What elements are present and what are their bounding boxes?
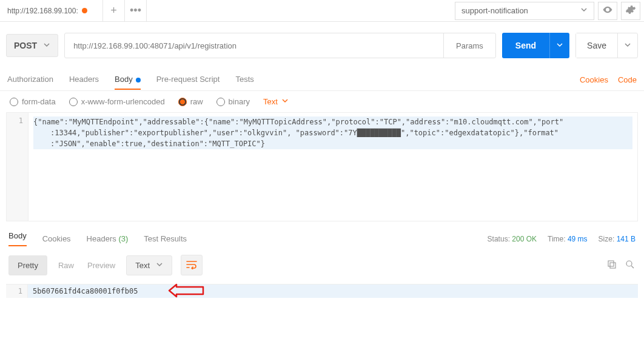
save-label: Save bbox=[587, 41, 606, 50]
btn-label: Raw bbox=[58, 261, 74, 270]
raw-button[interactable]: Raw bbox=[56, 256, 76, 275]
radio-label: binary bbox=[229, 97, 250, 106]
save-button[interactable]: Save bbox=[576, 33, 617, 58]
new-tab-button[interactable]: + bbox=[103, 0, 125, 21]
unsaved-dot-icon bbox=[82, 8, 87, 13]
svg-point-2 bbox=[626, 261, 632, 266]
resp-tab-tests[interactable]: Test Results bbox=[144, 234, 187, 243]
svg-rect-1 bbox=[608, 261, 614, 266]
chevron-down-icon bbox=[281, 97, 289, 106]
wrap-icon bbox=[186, 260, 198, 271]
search-button[interactable] bbox=[625, 259, 636, 272]
tab-tests[interactable]: Tests bbox=[235, 70, 253, 90]
editor-gutter: 1 bbox=[7, 113, 29, 221]
tab-label: Headers bbox=[69, 75, 99, 84]
response-stats: Status: 200 OK Time: 49 ms Size: 141 B bbox=[488, 235, 636, 243]
response-format-select[interactable]: Text bbox=[126, 255, 172, 275]
resp-tab-body[interactable]: Body bbox=[8, 231, 27, 246]
radio-input[interactable] bbox=[10, 98, 18, 106]
tab-headers[interactable]: Headers bbox=[69, 70, 99, 90]
status-stat: Status: 200 OK bbox=[488, 235, 537, 243]
format-label: Text bbox=[135, 261, 150, 270]
code-line: :13344,"publisher":"exportpublisher","us… bbox=[50, 129, 558, 137]
btn-label: Preview bbox=[87, 261, 115, 270]
tab-label: Test Results bbox=[144, 234, 187, 243]
environment-view-button[interactable] bbox=[598, 2, 617, 20]
radio-raw[interactable]: raw bbox=[178, 97, 203, 106]
wrap-lines-button[interactable] bbox=[181, 255, 203, 275]
send-dropdown-button[interactable] bbox=[549, 33, 569, 58]
resp-tab-headers[interactable]: Headers (3) bbox=[87, 234, 129, 243]
method-select[interactable]: POST bbox=[6, 34, 58, 57]
size-stat: Size: 141 B bbox=[599, 235, 636, 243]
save-dropdown-button[interactable] bbox=[617, 33, 637, 58]
environment-label: support-notification bbox=[461, 6, 528, 15]
stat-label: Time: bbox=[548, 235, 566, 243]
body-type-row: form-data x-www-form-urlencoded raw bina… bbox=[0, 91, 644, 112]
chevron-down-icon bbox=[580, 6, 588, 15]
radio-xwww[interactable]: x-www-form-urlencoded bbox=[69, 97, 165, 106]
body-active-dot-icon bbox=[136, 78, 141, 83]
code-line: {"name":"MyMQTTEndpoint","addressable":{… bbox=[33, 118, 563, 126]
radio-input[interactable] bbox=[178, 98, 187, 106]
annotation-arrow-icon bbox=[168, 283, 204, 300]
response-content[interactable]: 5b607661fd4ca80001f0fb05 bbox=[28, 285, 638, 298]
url-input[interactable]: http://192.168.99.100:48071/api/v1/regis… bbox=[64, 33, 496, 58]
stat-label: Size: bbox=[599, 235, 615, 243]
editor-content[interactable]: {"name":"MyMQTTEndpoint","addressable":{… bbox=[29, 113, 637, 221]
url-text: http://192.168.99.100:48071/api/v1/regis… bbox=[73, 41, 236, 50]
response-gutter: 1 bbox=[6, 285, 28, 298]
eye-icon bbox=[602, 4, 613, 17]
tab-body[interactable]: Body bbox=[115, 70, 141, 90]
tab-label: Cookies bbox=[42, 234, 71, 243]
chevron-down-icon bbox=[156, 261, 163, 270]
request-body-editor[interactable]: 1 {"name":"MyMQTTEndpoint","addressable"… bbox=[6, 112, 638, 221]
tab-label: Body bbox=[8, 231, 27, 240]
request-bar: POST http://192.168.99.100:48071/api/v1/… bbox=[0, 22, 644, 69]
tab-menu-button[interactable]: ••• bbox=[125, 0, 147, 21]
code-link[interactable]: Code bbox=[618, 75, 637, 84]
line-number: 1 bbox=[19, 116, 23, 125]
radio-label: raw bbox=[190, 97, 203, 106]
settings-button[interactable] bbox=[621, 2, 640, 20]
tab-label: Tests bbox=[235, 75, 253, 84]
copy-button[interactable] bbox=[606, 259, 617, 272]
code-line: :"JSON","enable":true,"destination":"MQT… bbox=[50, 140, 265, 148]
radio-form-data[interactable]: form-data bbox=[10, 97, 56, 106]
radio-label: x-www-form-urlencoded bbox=[81, 97, 165, 106]
preview-button[interactable]: Preview bbox=[85, 256, 118, 275]
time-value: 49 ms bbox=[568, 235, 588, 243]
content-type-select[interactable]: Text bbox=[263, 97, 289, 106]
search-icon bbox=[625, 263, 636, 272]
btn-label: Pretty bbox=[18, 261, 38, 270]
params-button[interactable]: Params bbox=[443, 33, 495, 58]
response-view-controls: Pretty Raw Preview Text bbox=[0, 246, 644, 284]
radio-input[interactable] bbox=[216, 98, 225, 106]
svg-rect-0 bbox=[610, 263, 615, 268]
tab-prerequest[interactable]: Pre-request Script bbox=[156, 70, 220, 90]
tab-label: Body bbox=[115, 75, 133, 84]
radio-input[interactable] bbox=[69, 98, 78, 106]
content-type-label: Text bbox=[263, 97, 278, 106]
cookies-link[interactable]: Cookies bbox=[580, 75, 608, 84]
tab-authorization[interactable]: Authorization bbox=[7, 70, 53, 90]
line-number: 1 bbox=[18, 287, 22, 295]
send-button[interactable]: Send bbox=[502, 33, 549, 58]
response-tabs: Body Cookies Headers (3) Test Results St… bbox=[0, 221, 644, 246]
copy-icon bbox=[606, 263, 617, 272]
chevron-down-icon bbox=[43, 41, 50, 50]
environment-select[interactable]: support-notification bbox=[455, 2, 594, 20]
method-label: POST bbox=[14, 41, 37, 50]
tab-label: http://192.168.99.100: bbox=[7, 7, 78, 15]
chevron-down-icon bbox=[556, 41, 563, 50]
request-tab[interactable]: http://192.168.99.100: bbox=[0, 0, 103, 21]
radio-binary[interactable]: binary bbox=[216, 97, 250, 106]
pretty-button[interactable]: Pretty bbox=[8, 255, 47, 275]
params-label: Params bbox=[456, 41, 483, 50]
tab-label: Pre-request Script bbox=[156, 75, 220, 84]
resp-tab-cookies[interactable]: Cookies bbox=[42, 234, 71, 243]
time-stat: Time: 49 ms bbox=[548, 235, 588, 243]
gear-icon bbox=[625, 4, 636, 17]
request-tabs: Authorization Headers Body Pre-request S… bbox=[0, 69, 644, 91]
radio-label: form-data bbox=[22, 97, 56, 106]
